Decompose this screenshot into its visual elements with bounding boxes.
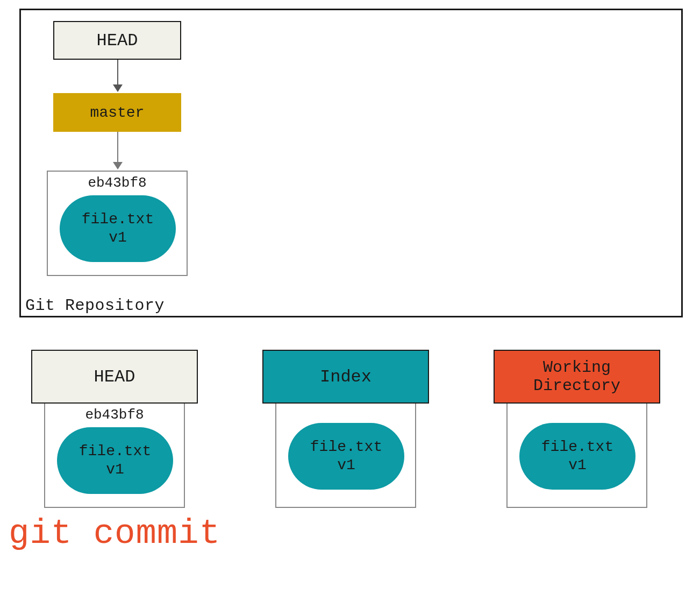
wd-column-title-line1: Working [543,358,611,377]
index-blob: file.txt v1 [288,423,404,490]
blob-version: v1 [109,229,127,247]
index-column: Index file.txt v1 [262,350,429,508]
head-column-body: eb43bf8 file.txt v1 [44,402,185,508]
git-command-label: git commit [9,514,220,553]
wd-blob-filename: file.txt [541,438,613,456]
file-blob: file.txt v1 [60,195,176,262]
head-box: HEAD [53,21,181,60]
commit-hash: eb43bf8 [48,175,187,191]
master-branch-box: master [53,93,181,132]
head-label: HEAD [97,31,138,51]
wd-column-body: file.txt v1 [506,402,647,508]
blob-filename: file.txt [82,210,154,229]
trees-section: HEAD eb43bf8 file.txt v1 Index file.txt … [31,350,660,508]
git-repository-label: Git Repository [25,296,165,315]
index-column-title: Index [320,367,372,387]
commit-box: eb43bf8 file.txt v1 [47,171,188,276]
head-blob: file.txt v1 [57,427,173,494]
master-label: master [90,104,145,121]
head-column-header: HEAD [31,350,198,404]
git-repository-box: Git Repository HEAD master eb43bf8 file.… [19,9,683,317]
arrow-master-to-commit [117,132,118,163]
index-blob-version: v1 [337,456,355,475]
wd-column: Working Directory file.txt v1 [494,350,660,508]
head-column-title: HEAD [94,367,135,387]
index-column-body: file.txt v1 [275,402,416,508]
wd-column-header: Working Directory [494,350,660,404]
wd-blob-version: v1 [568,456,587,475]
index-blob-filename: file.txt [310,438,382,456]
index-column-header: Index [262,350,429,404]
head-column: HEAD eb43bf8 file.txt v1 [31,350,198,508]
head-blob-version: v1 [106,461,124,479]
wd-blob: file.txt v1 [519,423,635,490]
head-blob-filename: file.txt [79,442,151,461]
head-commit-hash: eb43bf8 [45,407,184,423]
wd-column-title-line2: Directory [533,377,620,395]
arrow-head-to-master [117,60,118,86]
